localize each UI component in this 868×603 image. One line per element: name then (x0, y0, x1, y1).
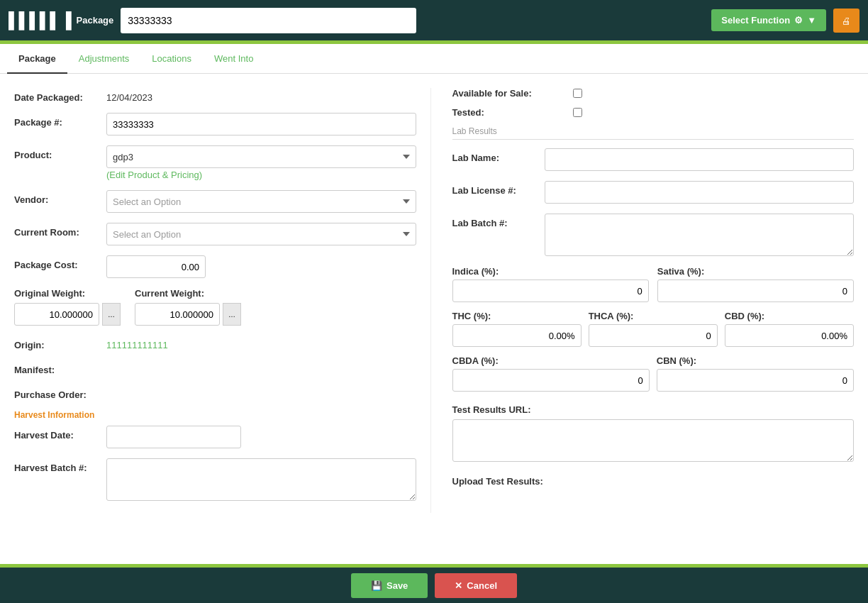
current-weight-wrapper: … (135, 303, 241, 326)
tab-went-into[interactable]: Went Into (203, 44, 265, 74)
cbd-label: CBD (%): (725, 311, 854, 321)
thca-field[interactable] (589, 324, 718, 347)
lab-license-row: Lab License #: (452, 181, 855, 204)
caret-down-icon: ▼ (807, 15, 816, 26)
harvest-section: Harvest Information Harvest Date: Harves… (14, 410, 416, 503)
original-weight-button[interactable]: … (102, 303, 121, 326)
manifest-label: Manifest: (14, 360, 106, 375)
indica-field[interactable] (452, 280, 649, 302)
sativa-label: Sativa (%): (657, 266, 854, 277)
test-results-url-row: Test Results URL: (452, 400, 855, 462)
origin-row: Origin: 111111111111 (14, 336, 416, 350)
cbda-field[interactable] (452, 369, 650, 392)
thca-item: THCA (%): (589, 311, 718, 347)
left-panel: Date Packaged: 12/04/2023 Package #: Pro… (14, 88, 430, 513)
available-for-sale-label: Available for Sale: (452, 88, 566, 99)
original-weight-label: Original Weight: (14, 288, 121, 299)
tested-row: Tested: (452, 107, 855, 118)
test-results-url-field[interactable] (452, 419, 855, 462)
upload-test-results-label: Upload Test Results: (452, 472, 545, 487)
cbn-field[interactable] (657, 369, 854, 392)
gear-icon: ⚙ (794, 15, 803, 26)
current-weight-field[interactable] (135, 303, 220, 326)
package-cost-field[interactable] (106, 255, 206, 278)
lab-license-label: Lab License #: (452, 181, 545, 196)
package-label: ▌▌▌▌▌▐ Package (9, 11, 113, 30)
test-results-url-label: Test Results URL: (452, 400, 545, 415)
harvest-section-label: Harvest Information (14, 410, 416, 420)
date-packaged-label: Date Packaged: (14, 88, 106, 103)
harvest-date-label: Harvest Date: (14, 426, 106, 441)
origin-label: Origin: (14, 336, 106, 350)
thca-label: THCA (%): (589, 311, 718, 321)
select-function-button[interactable]: Select Function ⚙ ▼ (711, 9, 826, 31)
sativa-item: Sativa (%): (657, 266, 854, 302)
current-room-select[interactable]: Select an Option (106, 223, 416, 245)
lab-results-label: Lab Results (452, 126, 855, 140)
footer-bar: 💾 Save ✕ Cancel (0, 568, 868, 570)
lab-batch-field[interactable] (545, 214, 855, 256)
manifest-row: Manifest: (14, 360, 416, 375)
thc-item: THC (%): (452, 311, 582, 347)
product-select[interactable]: gdp3 (106, 145, 416, 168)
purchase-order-row: Purchase Order: (14, 385, 416, 400)
upload-test-results-row: Upload Test Results: (452, 472, 855, 487)
tab-package[interactable]: Package (7, 44, 67, 74)
lab-name-label: Lab Name: (452, 148, 545, 163)
vendor-row: Vendor: Select an Option (14, 190, 416, 213)
cbda-item: CBDA (%): (452, 355, 650, 392)
product-label: Product: (14, 145, 106, 160)
tab-locations[interactable]: Locations (140, 44, 203, 74)
package-number-input[interactable] (121, 8, 416, 33)
harvest-batch-field[interactable] (106, 458, 416, 501)
print-button[interactable]: 🖨 (833, 9, 859, 33)
sativa-field[interactable] (657, 280, 854, 302)
package-num-field[interactable] (106, 113, 416, 135)
original-weight-group: Original Weight: … (14, 288, 121, 326)
tab-adjustments[interactable]: Adjustments (67, 44, 141, 74)
thc-grid: THC (%): THCA (%): CBD (%): (452, 311, 855, 347)
lab-license-field[interactable] (545, 181, 855, 204)
lab-batch-row: Lab Batch #: (452, 214, 855, 256)
harvest-date-field[interactable] (106, 426, 241, 448)
purchase-order-value (106, 385, 416, 389)
current-room-label: Current Room: (14, 223, 106, 238)
original-weight-field[interactable] (14, 303, 99, 326)
lab-name-field[interactable] (545, 148, 855, 171)
vendor-select[interactable]: Select an Option (106, 190, 416, 213)
tested-label: Tested: (452, 107, 566, 118)
cbn-item: CBN (%): (657, 355, 854, 392)
harvest-batch-row: Harvest Batch #: (14, 458, 416, 503)
print-icon: 🖨 (842, 16, 851, 26)
edit-product-link[interactable]: (Edit Product & Pricing) (106, 170, 416, 180)
main-content: Date Packaged: 12/04/2023 Package #: Pro… (0, 74, 868, 570)
right-panel: Available for Sale: Tested: Lab Results … (430, 88, 855, 513)
package-cost-label: Package Cost: (14, 255, 106, 270)
package-cost-row: Package Cost: (14, 255, 416, 278)
harvest-batch-label: Harvest Batch #: (14, 458, 106, 473)
harvest-date-row: Harvest Date: (14, 426, 416, 448)
cbd-field[interactable] (725, 324, 854, 347)
origin-value[interactable]: 111111111111 (106, 336, 416, 350)
current-weight-label: Current Weight: (135, 288, 241, 299)
date-packaged-value: 12/04/2023 (106, 88, 416, 103)
tested-checkbox[interactable] (573, 108, 582, 117)
app-header: ▌▌▌▌▌▐ Package Select Function ⚙ ▼ 🖨 (0, 0, 868, 40)
cbn-label: CBN (%): (657, 355, 854, 366)
barcode-icon: ▌▌▌▌▌▐ (9, 11, 71, 30)
available-for-sale-row: Available for Sale: (452, 88, 855, 99)
manifest-value (106, 360, 416, 365)
cbda-label: CBDA (%): (452, 355, 650, 366)
package-num-row: Package #: (14, 113, 416, 135)
cbd-item: CBD (%): (725, 311, 854, 347)
tab-bar: Package Adjustments Locations Went Into (0, 44, 868, 74)
cbda-grid: CBDA (%): CBN (%): (452, 355, 855, 392)
harvest-date-field-wrapper (106, 426, 241, 448)
product-row: Product: gdp3 (Edit Product & Pricing) (14, 145, 416, 180)
thc-field[interactable] (452, 324, 582, 347)
select-function-label: Select Function (721, 15, 790, 26)
current-weight-button[interactable]: … (223, 303, 241, 326)
harvest-batch-field-wrapper (106, 458, 416, 503)
indica-item: Indica (%): (452, 266, 649, 302)
available-for-sale-checkbox[interactable] (573, 89, 582, 98)
